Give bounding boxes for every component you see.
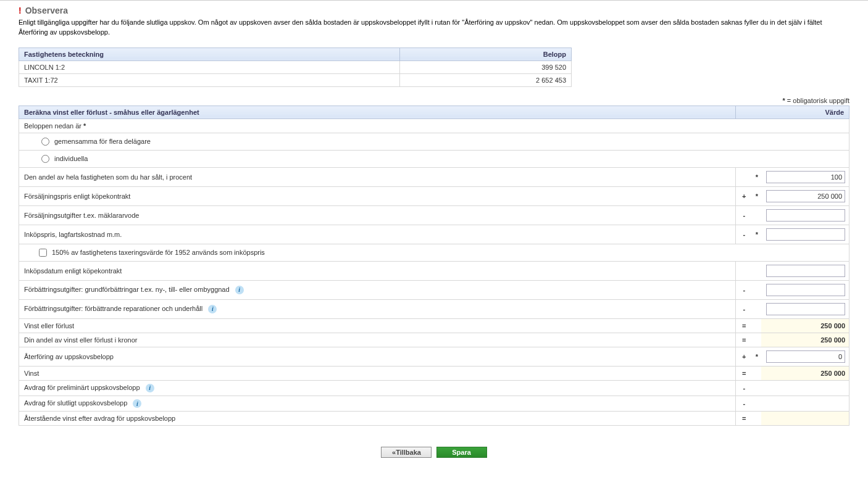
remaining-value <box>761 412 849 426</box>
form-header-left: Beräkna vinst eller förlust - småhus ell… <box>19 106 736 118</box>
purchase-input[interactable] <box>766 228 845 241</box>
dedfinal-value <box>761 396 849 411</box>
cb-1952[interactable] <box>39 249 47 257</box>
radio-shared[interactable] <box>41 138 49 146</box>
radio-individual-label: individuella <box>54 155 88 162</box>
row-purchasedate-label: Inköpsdatum enligt köpekontrakt <box>19 261 736 280</box>
saleprice-input[interactable] <box>766 190 845 202</box>
col-designation: Fastighetens beteckning <box>19 48 400 60</box>
improve1-input[interactable] <box>766 284 845 296</box>
row-saleprice-label: Försäljningspris enligt köpekontrakt <box>19 186 736 205</box>
row-remaining-label: Återstående vinst efter avdrag för uppsk… <box>19 412 736 426</box>
exclamation-icon: ! <box>19 6 22 15</box>
back-button[interactable]: «Tillbaka <box>381 447 432 458</box>
purchasedate-input[interactable] <box>766 265 845 277</box>
row-purchase-label: Inköpspris, lagfartskostnad m.m. <box>19 225 736 244</box>
row-profit-label: Vinst <box>19 366 736 380</box>
profitloss-value: 250 000 <box>761 318 849 333</box>
calc-form: Beräkna vinst eller förlust - småhus ell… <box>19 106 849 426</box>
property-table: Fastighetens beteckning Belopp LINCOLN 1… <box>19 48 572 87</box>
improve2-input[interactable] <box>766 303 845 315</box>
row-improve1-label: Förbättringsutgifter: grundförbättringar… <box>19 280 736 299</box>
row-reversal-label: Återföring av uppskovsbelopp <box>19 347 736 366</box>
info-icon[interactable]: i <box>208 305 217 313</box>
col-amount: Belopp <box>399 48 571 60</box>
form-header-right: Värde <box>735 106 849 118</box>
group-label: Beloppen nedan är * <box>19 118 849 133</box>
row-saleexp-label: Försäljningsutgifter t.ex. mäklararvode <box>19 205 736 225</box>
info-icon[interactable]: i <box>146 384 154 392</box>
mandatory-note: * = obligatorisk uppgift <box>0 93 868 106</box>
row-dedfinal-label: Avdrag för slutligt uppskovsbelopp i <box>19 396 736 411</box>
table-row: TAXIT 1:72 2 652 453 <box>19 73 572 86</box>
row-yourshare-label: Din andel av vinst eller förlust i krono… <box>19 333 736 347</box>
radio-individual[interactable] <box>41 155 49 163</box>
row-profitloss-label: Vinst eller förlust <box>19 318 736 333</box>
save-button[interactable]: Spara <box>436 447 487 458</box>
share-input[interactable] <box>766 171 845 183</box>
row-share-label: Den andel av hela fastigheten som du har… <box>19 167 736 186</box>
notice-title: Observera <box>25 6 68 15</box>
row-dedprel-label: Avdrag för preliminärt uppskovsbelopp i <box>19 380 736 396</box>
info-icon[interactable]: i <box>133 399 141 408</box>
cb-1952-label: 150% av fastighetens taxeringsvärde för … <box>52 249 265 256</box>
notice-body: Enligt tillgängliga uppgifter har du föl… <box>19 18 849 38</box>
reversal-input[interactable] <box>766 350 845 363</box>
info-icon[interactable]: i <box>235 286 244 294</box>
table-row: LINCOLN 1:2 399 520 <box>19 60 572 73</box>
radio-shared-label: gemensamma för flera delägare <box>54 138 151 145</box>
saleexp-input[interactable] <box>766 209 845 222</box>
profit-value: 250 000 <box>761 366 849 380</box>
row-improve2-label: Förbättringsutgifter: förbättrande repar… <box>19 299 736 318</box>
dedprel-value <box>761 380 849 396</box>
notice: ! Observera Enligt tillgängliga uppgifte… <box>0 1 868 46</box>
yourshare-value: 250 000 <box>761 333 849 347</box>
